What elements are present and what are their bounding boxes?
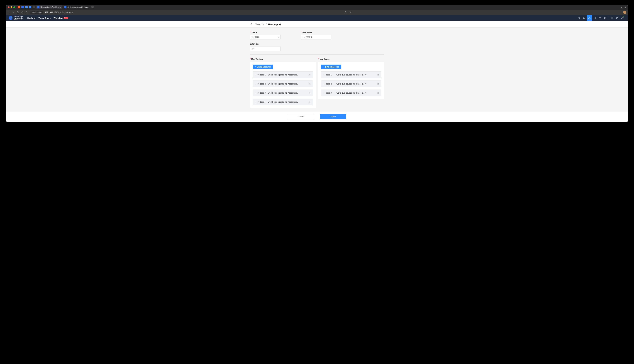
space-select[interactable]: fifa_2020 ▾ — [250, 35, 280, 40]
schema-icon[interactable] — [576, 15, 582, 21]
bookmark-icon[interactable] — [344, 11, 346, 14]
map-edges-label: *Map Edges — [318, 58, 384, 60]
breadcrumb: Task List / New Import — [255, 23, 281, 26]
task-name-field-group: *Task Name — [301, 31, 331, 40]
browser-tab[interactable]: NebulaGraph Dashboard — [36, 5, 62, 9]
mapping-file: world_cup_squads_no_headers.csv — [268, 92, 298, 94]
plus-icon: + — [255, 66, 256, 68]
edge-mapping-item[interactable]: › edge 1 world_cup_squads_no_headers.csv… — [321, 72, 381, 78]
close-window-button[interactable] — [8, 6, 10, 8]
tab-icon[interactable] — [21, 6, 24, 8]
mapping-name: vertices 2 — [258, 83, 266, 85]
profile-avatar[interactable] — [623, 11, 626, 14]
svg-rect-10 — [599, 17, 601, 19]
mapping-name: edge 1 — [326, 74, 335, 76]
back-button[interactable] — [8, 11, 10, 14]
url-display[interactable]: 192.168.8.131:7002/import/create — [45, 11, 73, 14]
edge-mapping-item[interactable]: › edge 3 world_cup_squads_no_headers.csv… — [321, 90, 381, 96]
cancel-button[interactable]: Cancel — [288, 114, 314, 119]
tab-icon[interactable] — [18, 6, 20, 8]
bind-datasource-vertices-button[interactable]: + Bind Datasource — [253, 64, 273, 69]
mapping-name: vertices 4 — [258, 101, 266, 103]
settings-icon[interactable] — [603, 15, 608, 21]
breadcrumb-parent[interactable]: Task List — [255, 23, 264, 26]
url-path: :7002/import/create — [57, 11, 73, 14]
import-icon[interactable] — [587, 15, 592, 21]
task-name-label: *Task Name — [301, 31, 331, 34]
chevron-right-icon[interactable]: › — [255, 74, 256, 76]
template-icon[interactable] — [597, 15, 603, 21]
mapping-name: vertices 1 — [258, 74, 266, 76]
nav-visual-query[interactable]: Visual Query — [38, 17, 51, 19]
security-badge[interactable]: Not Secure — [30, 11, 43, 14]
footer-bar: Cancel Import — [6, 112, 628, 122]
chevron-right-icon[interactable]: › — [324, 92, 324, 94]
svg-point-6 — [579, 18, 580, 19]
remove-icon[interactable]: ✕ — [309, 101, 310, 103]
svg-point-4 — [10, 18, 11, 18]
map-vertices-label: *Map Vertices — [250, 58, 316, 60]
chevron-right-icon[interactable]: › — [324, 83, 324, 85]
shield-icon[interactable] — [25, 12, 28, 14]
security-text: Not Secure — [33, 12, 42, 13]
mapping-name: edge 2 — [326, 83, 335, 85]
mapping-file: world_cup_squads_no_headers.csv — [336, 83, 366, 85]
vertex-mapping-item[interactable]: › vertices 2 world_cup_squads_no_headers… — [253, 80, 313, 87]
mapping-file: world_cup_squads_no_headers.csv — [336, 92, 366, 94]
edge-mapping-item[interactable]: › edge 2 world_cup_squads_no_headers.csv… — [321, 80, 381, 87]
content-area: *Space fifa_2020 ▾ *Task Name Batch Size — [6, 28, 628, 112]
batch-size-label: Batch Size — [250, 43, 280, 45]
url-host: 192.168.8.131 — [45, 11, 57, 14]
logo-icon — [9, 16, 12, 20]
app-logo[interactable]: NebulaGraph Explorer — [9, 16, 23, 20]
trash-icon[interactable]: 🗑 — [624, 6, 626, 8]
task-name-input[interactable] — [301, 35, 331, 40]
plus-icon: + — [323, 66, 324, 68]
chevron-right-icon[interactable]: › — [255, 101, 256, 103]
breadcrumb-bar: Task List / New Import — [6, 21, 628, 28]
globe-icon[interactable] — [609, 15, 615, 21]
new-tab-button[interactable]: + — [91, 6, 94, 8]
batch-size-input[interactable] — [250, 46, 280, 51]
vertices-card: + Bind Datasource › vertices 1 world_cup… — [250, 62, 316, 108]
cloud-icon[interactable]: ☁ — [620, 6, 622, 8]
remove-icon[interactable]: ✕ — [377, 74, 379, 76]
link-icon[interactable] — [620, 15, 625, 21]
bind-datasource-edges-button[interactable]: + Bind Datasource — [321, 64, 341, 69]
chevron-down-icon[interactable] — [349, 12, 352, 13]
window-traffic-lights — [8, 6, 15, 8]
nav-workflow[interactable]: Workflow Beta — [54, 17, 68, 19]
mapping-file: world_cup_squads_no_headers.csv — [268, 74, 298, 76]
minimize-window-button[interactable] — [10, 6, 12, 8]
help-icon[interactable] — [615, 15, 620, 21]
chevron-right-icon[interactable]: › — [324, 74, 324, 76]
console-icon[interactable] — [592, 15, 597, 21]
back-arrow-button[interactable] — [250, 23, 253, 26]
tab-icon[interactable] — [29, 6, 31, 8]
tab-icon[interactable] — [25, 6, 28, 8]
maximize-window-button[interactable] — [14, 6, 15, 8]
remove-icon[interactable]: ✕ — [309, 92, 310, 94]
tab-icon[interactable] — [32, 6, 35, 8]
favicon-icon — [37, 6, 40, 8]
chevron-right-icon[interactable]: › — [255, 83, 256, 85]
tab-title: dashboard.vesoft-inc.com — [68, 6, 89, 8]
vertex-mapping-item[interactable]: › vertices 1 world_cup_squads_no_headers… — [253, 72, 313, 78]
browser-tab[interactable]: dashboard.vesoft-inc.com — [63, 5, 90, 9]
reload-button[interactable] — [16, 11, 19, 14]
import-button[interactable]: Import — [320, 114, 346, 119]
vertex-mapping-item[interactable]: › vertices 4 world_cup_squads_no_headers… — [253, 98, 313, 106]
remove-icon[interactable]: ✕ — [309, 83, 310, 85]
remove-icon[interactable]: ✕ — [377, 92, 379, 94]
remove-icon[interactable]: ✕ — [309, 74, 310, 76]
remove-icon[interactable]: ✕ — [377, 83, 379, 85]
home-button[interactable] — [21, 11, 24, 14]
forward-button[interactable] — [12, 11, 15, 14]
vertex-mapping-item[interactable]: › vertices 3 world_cup_squads_no_headers… — [253, 90, 313, 96]
tab-title: NebulaGraph Dashboard — [40, 6, 61, 8]
chevron-right-icon[interactable]: › — [255, 92, 256, 94]
main-nav: Explorer Visual Query Workflow Beta — [27, 17, 68, 19]
tree-icon[interactable] — [582, 15, 587, 21]
nav-explorer[interactable]: Explorer — [27, 17, 36, 19]
header-toolbar — [576, 15, 625, 21]
